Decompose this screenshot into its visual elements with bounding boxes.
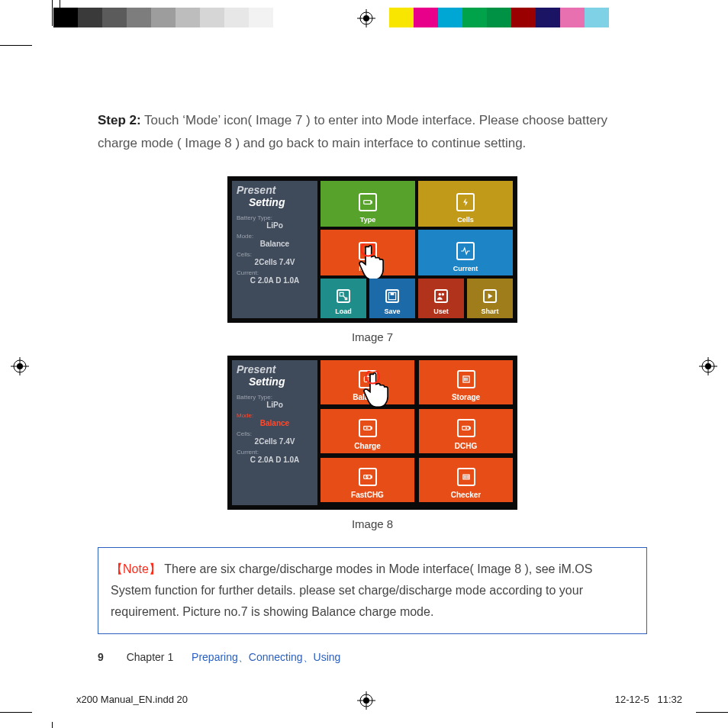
tile-cells-label: Cells <box>457 216 474 224</box>
tile-checker-label: Checker <box>451 491 481 499</box>
tile-shart-label: Shart <box>481 308 498 315</box>
tile-mode-label: Mode <box>359 265 377 272</box>
current-label: Current: <box>237 449 313 456</box>
svg-rect-17 <box>371 201 372 203</box>
tile-charge-label: Charge <box>354 442 380 450</box>
charge-icon <box>359 419 377 437</box>
note-label: Note <box>123 562 149 575</box>
step-paragraph: Step 2: Touch ‘Mode’ icon( Image 7 ) to … <box>98 109 647 155</box>
current-value: C 2.0A D 1.0A <box>237 276 313 285</box>
tile-dchg-label: DCHG <box>455 442 477 450</box>
screenshot-image-7: Present Setting Battery Type: LiPo Mode:… <box>227 176 517 323</box>
note-open-bracket: 【 <box>111 562 123 575</box>
bolt-icon <box>456 193 475 211</box>
tile-dchg[interactable]: DCHG <box>419 409 513 453</box>
tile-charge[interactable]: Charge <box>321 409 414 453</box>
svg-marker-27 <box>488 294 493 299</box>
registration-mark-icon <box>699 357 717 375</box>
cells-value: 2Cells 7.4V <box>237 258 313 266</box>
checker-icon <box>457 468 475 486</box>
svg-rect-24 <box>391 292 395 295</box>
battery-type-value: LiPo <box>237 221 313 230</box>
tile-mode[interactable]: Mode <box>321 230 415 275</box>
svg-marker-36 <box>366 427 369 429</box>
tile-save-label: Save <box>384 308 400 315</box>
note-box: 【Note】 There are six charge/discharge mo… <box>98 547 647 634</box>
present-hdr2: Setting <box>249 196 313 208</box>
note-close-bracket: 】 <box>149 562 161 575</box>
fastchg-icon <box>359 468 377 486</box>
svg-rect-35 <box>371 427 372 429</box>
battery-icon <box>359 193 377 211</box>
present-hdr1: Present <box>237 184 313 196</box>
mode-value: Balance <box>237 419 313 427</box>
present-setting-panel: Present Setting Battery Type: LiPo Mode:… <box>232 181 317 318</box>
page-number: 9 <box>98 651 104 663</box>
svg-rect-38 <box>469 427 470 429</box>
balance-icon <box>359 370 377 388</box>
tile-balance-label: Balance <box>353 393 382 401</box>
current-value: C 2.0A D 1.0A <box>237 456 313 464</box>
svg-rect-19 <box>366 250 371 254</box>
registration-mark-icon <box>357 9 375 27</box>
tile-current[interactable]: Current <box>418 230 513 275</box>
present-hdr2: Setting <box>249 375 313 388</box>
mode-value: Balance <box>237 240 313 248</box>
registration-mark-icon <box>11 357 29 375</box>
tile-uset[interactable]: Uset <box>418 279 464 318</box>
chapter-label: Chapter 1 <box>127 651 173 663</box>
tile-storage-label: Storage <box>452 393 480 401</box>
chapter-trail: Preparing、Connecting、Using <box>192 651 340 663</box>
cells-value: 2Cells 7.4V <box>237 437 313 446</box>
tile-shart[interactable]: Shart <box>467 279 513 318</box>
tile-fastchg[interactable]: FastCHG <box>321 458 414 502</box>
play-icon <box>483 289 497 303</box>
svg-rect-41 <box>371 476 372 478</box>
user-icon <box>434 289 448 303</box>
tile-load[interactable]: Load <box>321 279 366 318</box>
tile-balance[interactable]: Balance <box>321 360 414 404</box>
svg-rect-21 <box>340 292 343 296</box>
tile-storage[interactable]: Storage <box>419 360 513 404</box>
tile-uset-label: Uset <box>433 308 449 315</box>
note-text: There are six charge/discharge modes in … <box>111 562 592 618</box>
load-icon <box>337 289 350 303</box>
save-icon <box>385 289 399 303</box>
mode-label: Mode: <box>237 233 313 240</box>
mode-label: Mode: <box>237 412 313 419</box>
tile-current-label: Current <box>453 265 478 272</box>
screenshot-image-8: Present Setting Battery Type: LiPo Mode:… <box>227 356 517 510</box>
svg-rect-28 <box>364 377 371 382</box>
svg-marker-39 <box>464 427 467 429</box>
tile-cells[interactable]: Cells <box>418 181 513 227</box>
tile-type-label: Type <box>360 216 375 224</box>
tile-save[interactable]: Save <box>369 279 415 318</box>
pulse-icon <box>456 242 475 260</box>
tile-load-label: Load <box>335 308 352 315</box>
cells-label: Cells: <box>237 251 313 258</box>
present-hdr1: Present <box>237 363 313 375</box>
stack-icon <box>359 242 377 260</box>
indd-time: 11:32 <box>657 694 682 705</box>
storage-icon <box>457 370 475 388</box>
step-label: Step 2: <box>98 113 141 127</box>
battery-type-label: Battery Type: <box>237 214 313 221</box>
image7-caption: Image 7 <box>352 330 393 343</box>
indd-file: x200 Manual_EN.indd 20 <box>76 694 188 705</box>
svg-point-25 <box>439 293 442 296</box>
battery-type-value: LiPo <box>237 401 313 409</box>
indd-date: 12-12-5 <box>615 694 649 705</box>
page-footer: 9 Chapter 1 Preparing、Connecting、Using <box>98 651 647 665</box>
image8-caption: Image 8 <box>352 517 393 530</box>
tile-checker[interactable]: Checker <box>419 458 513 502</box>
tile-fastchg-label: FastCHG <box>351 491 384 499</box>
tile-type[interactable]: Type <box>321 181 415 227</box>
svg-point-26 <box>442 293 445 296</box>
battery-type-label: Battery Type: <box>237 394 313 401</box>
step-text: Touch ‘Mode’ icon( Image 7 ) to enter in… <box>98 113 607 150</box>
svg-rect-16 <box>364 201 371 205</box>
present-setting-panel: Present Setting Battery Type: LiPo Mode:… <box>232 360 317 505</box>
indesign-slug: x200 Manual_EN.indd 20 12-12-5 11:32 <box>76 694 682 705</box>
current-label: Current: <box>237 269 313 276</box>
discharge-icon <box>457 419 475 437</box>
